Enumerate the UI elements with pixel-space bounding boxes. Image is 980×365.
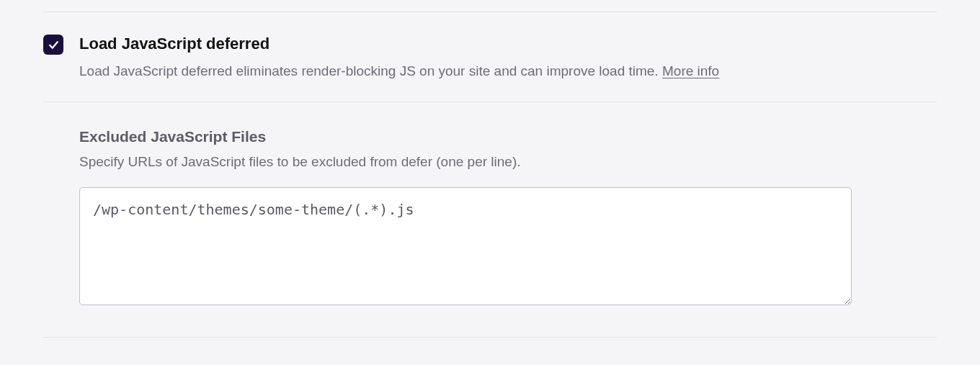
- option-text: Load JavaScript deferred Load JavaScript…: [79, 34, 937, 80]
- excluded-title: Excluded JavaScript Files: [79, 128, 937, 145]
- option-load-js-deferred: Load JavaScript deferred Load JavaScript…: [43, 12, 937, 102]
- option-description-text: Load JavaScript deferred eliminates rend…: [79, 63, 662, 78]
- checkbox-load-js-deferred[interactable]: [43, 35, 63, 55]
- divider: [43, 337, 937, 338]
- check-icon: [48, 39, 60, 51]
- option-title: Load JavaScript deferred: [79, 34, 937, 55]
- option-description: Load JavaScript deferred eliminates rend…: [79, 62, 937, 81]
- excluded-description: Specify URLs of JavaScript files to be e…: [79, 153, 937, 171]
- settings-panel: Load JavaScript deferred Load JavaScript…: [0, 12, 980, 338]
- excluded-js-section: Excluded JavaScript Files Specify URLs o…: [43, 102, 937, 330]
- more-info-link[interactable]: More info: [662, 63, 719, 78]
- excluded-js-textarea[interactable]: [79, 187, 852, 305]
